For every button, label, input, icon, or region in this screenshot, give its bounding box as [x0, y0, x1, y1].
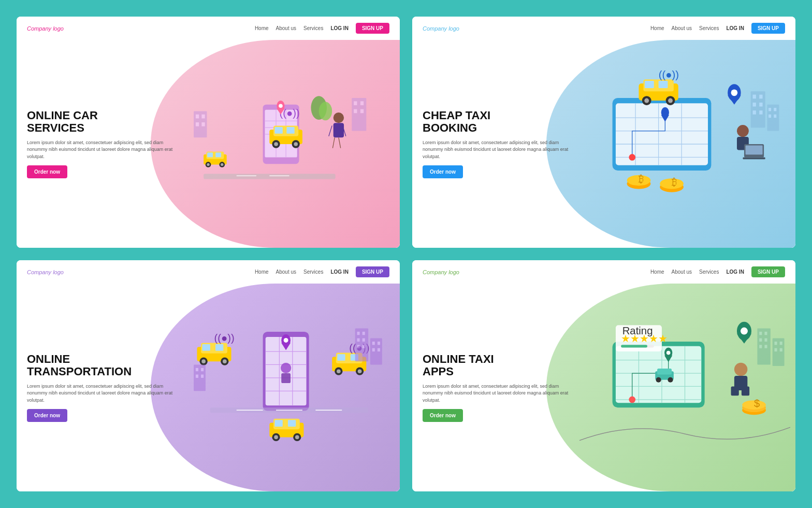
- order-btn-1[interactable]: Order now: [27, 165, 67, 178]
- logo-1: Company logo: [27, 25, 64, 32]
- nav-about-2[interactable]: About us: [672, 25, 692, 31]
- svg-rect-169: [657, 369, 672, 374]
- svg-rect-193: [759, 345, 762, 348]
- nav-signup-2[interactable]: SIGN UP: [751, 23, 785, 34]
- card-body-4: ONLINE TAXIAPPS Lorem ipsum dolor sit am…: [412, 284, 795, 491]
- nav-signup-1[interactable]: SIGN UP: [356, 23, 389, 34]
- card-title-4: ONLINE TAXIAPPS: [423, 353, 574, 378]
- nav-about-1[interactable]: About us: [276, 25, 296, 31]
- svg-rect-143: [357, 345, 360, 348]
- svg-text:₿: ₿: [639, 173, 644, 184]
- svg-point-113: [201, 359, 206, 363]
- logo-company-3: Company logo: [27, 269, 64, 275]
- svg-rect-40: [360, 101, 364, 105]
- svg-point-179: [741, 327, 748, 334]
- illustration-2: ((●)): [579, 50, 790, 237]
- nav-signup-3[interactable]: SIGN UP: [356, 266, 389, 277]
- svg-rect-89: [759, 110, 762, 115]
- nav-home-3[interactable]: Home: [255, 269, 269, 275]
- svg-rect-111: [215, 344, 223, 351]
- svg-rect-192: [764, 338, 767, 341]
- card-desc-1: Lorem ipsum dolor sit amet, consectetuer…: [27, 139, 179, 161]
- svg-point-107: [284, 337, 288, 342]
- order-btn-2[interactable]: Order now: [423, 165, 463, 178]
- svg-rect-195: [773, 338, 785, 365]
- svg-point-10: [279, 104, 283, 108]
- svg-rect-147: [378, 341, 380, 344]
- card-desc-3: Lorem ipsum dolor sit amet, consectetuer…: [27, 383, 179, 404]
- illustration-3: ((●)) ((●)): [184, 294, 395, 481]
- content-3: ONLINETRANSPORTATION Lorem ipsum dolor s…: [17, 284, 189, 491]
- logo-company-2: Company logo: [423, 25, 459, 32]
- svg-rect-21: [207, 152, 213, 157]
- svg-line-29: [329, 125, 332, 136]
- svg-rect-196: [774, 341, 777, 344]
- svg-rect-199: [780, 348, 782, 351]
- svg-point-180: [734, 362, 747, 375]
- svg-rect-28: [334, 123, 344, 137]
- svg-rect-153: [196, 374, 198, 377]
- svg-rect-151: [196, 368, 198, 371]
- svg-point-67: [668, 98, 673, 103]
- nav-services-2[interactable]: Services: [699, 25, 719, 31]
- svg-rect-140: [363, 331, 365, 334]
- nav-services-1[interactable]: Services: [303, 25, 323, 31]
- iso-svg-1: ((●)): [184, 50, 395, 237]
- nav-login-4[interactable]: LOG IN: [726, 269, 744, 275]
- card-title-2: CHEAP TAXIBOOKING: [423, 109, 574, 134]
- nav-links-1: Home About us Services LOG IN SIGN UP: [255, 23, 389, 34]
- svg-marker-178: [737, 333, 751, 343]
- nav-login-3[interactable]: LOG IN: [330, 269, 348, 275]
- nav-links-4: Home About us Services LOG IN SIGN UP: [650, 266, 785, 277]
- iso-svg-2: ((●)): [579, 50, 790, 237]
- nav-login-1[interactable]: LOG IN: [330, 25, 348, 31]
- svg-rect-152: [201, 368, 204, 371]
- card-cheap-taxi: Company logo Home About us Services LOG …: [412, 17, 795, 248]
- svg-rect-92: [774, 108, 776, 111]
- content-1: ONLINE CARSERVICES Lorem ipsum dolor sit…: [17, 40, 189, 248]
- svg-rect-183: [742, 386, 749, 396]
- svg-rect-86: [753, 102, 756, 106]
- svg-rect-42: [360, 109, 364, 113]
- nav-about-3[interactable]: About us: [276, 269, 296, 275]
- nav-about-4[interactable]: About us: [672, 269, 692, 275]
- svg-point-24: [207, 163, 209, 165]
- svg-rect-37: [201, 122, 205, 126]
- order-btn-4[interactable]: Order now: [423, 409, 463, 422]
- svg-point-122: [337, 369, 341, 373]
- svg-point-27: [334, 112, 344, 122]
- nav-home-2[interactable]: Home: [650, 25, 664, 31]
- nav-home-4[interactable]: Home: [650, 269, 664, 275]
- nav-services-4[interactable]: Services: [699, 269, 719, 275]
- card-title-1: ONLINE CARSERVICES: [27, 109, 179, 134]
- svg-rect-145: [370, 338, 382, 364]
- order-btn-3[interactable]: Order now: [27, 409, 67, 422]
- svg-point-171: [668, 377, 673, 382]
- card-body-1: ONLINE CARSERVICES Lorem ipsum dolor sit…: [17, 40, 400, 248]
- card-online-transportation: Company logo Home About us Services LOG …: [17, 260, 400, 491]
- logo-2: Company logo: [423, 25, 459, 32]
- navbar-1: Company logo Home About us Services LOG …: [17, 17, 400, 40]
- nav-home-1[interactable]: Home: [255, 25, 269, 31]
- svg-rect-182: [731, 386, 739, 396]
- svg-rect-63: [659, 80, 668, 88]
- svg-rect-88: [753, 110, 756, 115]
- logo-4: Company logo: [423, 269, 459, 275]
- svg-point-26: [221, 163, 223, 165]
- svg-line-31: [332, 137, 335, 148]
- nav-signup-4[interactable]: SIGN UP: [751, 266, 785, 277]
- svg-point-124: [358, 369, 362, 373]
- svg-rect-76: [743, 157, 765, 159]
- svg-point-167: [666, 350, 671, 355]
- navbar-2: Company logo Home About us Services LOG …: [412, 17, 795, 40]
- content-4: ONLINE TAXIAPPS Lorem ipsum dolor sit am…: [412, 284, 585, 491]
- nav-login-2[interactable]: LOG IN: [726, 25, 744, 31]
- svg-rect-191: [759, 338, 762, 341]
- svg-point-170: [656, 377, 661, 382]
- svg-rect-45: [204, 174, 335, 179]
- svg-rect-129: [288, 420, 296, 427]
- nav-services-3[interactable]: Services: [303, 269, 323, 275]
- svg-text:((●)): ((●)): [659, 68, 679, 80]
- iso-svg-3: ((●)) ((●)): [184, 294, 395, 481]
- svg-point-65: [644, 98, 649, 103]
